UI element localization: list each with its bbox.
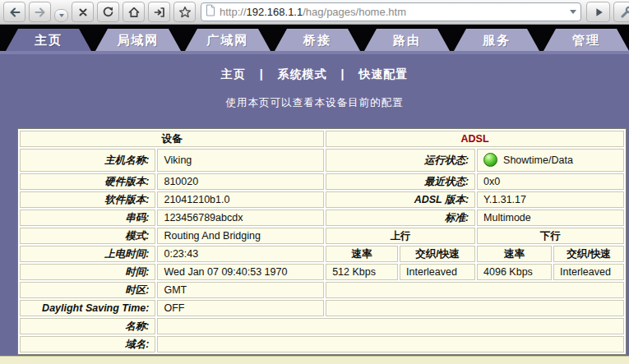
main-tab-bar: 主页 局域网 广域网 桥接 路由 服务 管理 [0,25,629,51]
home-icon [127,6,141,19]
browser-toolbar: http://192.168.1.1/hag/pages/home.htm [0,0,629,25]
adsl-section-header: ADSL [326,131,624,147]
timezone-label: 时区: [20,282,155,298]
name-label: 名称: [20,318,155,334]
uptime-value: 0:23:43 [157,246,324,262]
stop-button[interactable] [72,2,94,22]
table-row: 上电时间: 0:23:43 速率 交织/快速 速率 交织/快速 [20,246,624,262]
content-area: 主页 | 系统模式 | 快速配置 使用本页可以查看本设备目前的配置 设备 ADS… [0,51,629,356]
table-row: 模式: Routing And Bridging 上行 下行 [20,228,624,244]
bookmark-button[interactable] [173,2,196,22]
table-row: 主机名称: Viking 运行状态: Showtime/Data [20,149,624,172]
table-row: 软件版本: 21041210b1.0 ADSL 版本: Y.1.31.17 [20,191,624,208]
adsl-version-label: ADSL 版本: [326,191,475,208]
table-row: 名称: [20,318,624,334]
tab-lan[interactable]: 局域网 [95,29,181,51]
software-version-value: 21041210b1.0 [157,191,324,208]
time-value: Wed Jan 07 09:40:53 1970 [157,264,324,280]
upstream-rate-value: 512 Kbps [326,264,398,280]
forward-icon [34,6,47,19]
refresh-icon [102,6,114,18]
table-row: Daylight Saving Time: OFF [20,300,624,316]
status-table-wrapper: 设备 ADSL 主机名称: Viking 运行状态: Showtime/Data… [17,128,629,355]
tab-admin[interactable]: 管理 [543,29,629,51]
host-name-value: Viking [157,149,324,172]
adsl-version-value: Y.1.31.17 [477,191,624,208]
subnav-link-system-mode[interactable]: 系统模式 [278,67,327,81]
subnav-link-home[interactable]: 主页 [221,67,246,81]
go-button[interactable] [586,2,610,22]
forward-button[interactable] [29,2,51,22]
dst-label: Daylight Saving Time: [20,300,155,316]
recent-status-label: 最近状态: [326,173,475,190]
time-label: 时间: [20,264,155,280]
url-path: /hag/pages/home.htm [303,6,406,18]
tab-wan[interactable]: 广域网 [185,29,271,51]
tab-route[interactable]: 路由 [364,29,450,51]
table-row: 硬件版本: 810020 最近状态: 0x0 [20,173,624,190]
uptime-label: 上电时间: [20,246,155,262]
tab-home[interactable]: 主页 [6,29,91,51]
history-dropdown-button[interactable] [54,9,68,22]
page-icon [206,4,215,20]
table-row: 时间: Wed Jan 07 09:40:53 1970 512 Kbps In… [20,264,624,280]
mode-label: 模式: [20,228,155,244]
upstream-rate-header: 速率 [326,246,398,262]
subnav-separator: | [260,67,264,81]
downstream-rate-header: 速率 [477,246,552,262]
back-icon [8,6,21,19]
sub-navigation: 主页 | 系统模式 | 快速配置 [0,54,629,82]
tab-bridge[interactable]: 桥接 [275,29,360,51]
run-status-label: 运行状态: [326,149,475,172]
tools-button[interactable] [613,2,629,22]
subnav-separator: | [340,67,345,81]
upstream-interleave-header: 交织/快速 [400,246,475,262]
go-icon [593,7,604,18]
run-status-value: Showtime/Data [477,149,624,172]
upstream-interleave-value: Interleaved [400,264,475,280]
subnav-link-quick-setup[interactable]: 快速配置 [358,67,408,81]
timezone-value: GMT [157,282,324,298]
url-text: http://192.168.1.1/hag/pages/home.htm [220,6,566,18]
domain-label: 域名: [20,336,155,352]
software-version-label: 软件版本: [20,191,155,208]
address-bar[interactable]: http://192.168.1.1/hag/pages/home.htm [201,2,581,21]
serial-value: 123456789abcdx [157,210,324,226]
name-value [157,318,624,334]
url-scheme: http:// [220,6,247,18]
chevron-down-icon [59,14,64,17]
tab-service[interactable]: 服务 [454,29,539,51]
downstream-rate-value: 4096 Kbps [477,264,552,280]
downstream-header: 下行 [477,228,624,244]
empty-cell [326,300,624,316]
back-button[interactable] [3,2,25,22]
standard-label: 标准: [326,210,475,226]
device-section-header: 设备 [20,131,324,147]
empty-cell [326,282,624,298]
upstream-header: 上行 [326,228,475,244]
url-host: 192.168.1.1 [247,6,303,18]
dst-value: OFF [157,300,324,316]
door-arrow-icon [153,6,166,19]
run-status-text: Showtime/Data [503,154,573,166]
page-description: 使用本页可以查看本设备目前的配置 [0,96,629,110]
standard-value: Multimode [477,210,624,226]
table-row: 时区: GMT [20,282,624,298]
table-row: 域名: [20,336,624,352]
sessions-button[interactable] [148,2,170,22]
serial-label: 串码: [20,210,155,226]
downstream-interleave-header: 交织/快速 [553,246,624,262]
domain-value [157,336,624,352]
downstream-interleave-value: Interleaved [553,264,624,280]
hardware-version-value: 810020 [157,173,324,190]
host-name-label: 主机名称: [20,149,155,172]
recent-status-value: 0x0 [477,173,624,190]
refresh-button[interactable] [97,2,119,22]
url-dropdown-icon[interactable] [570,10,576,14]
home-button[interactable] [123,2,145,22]
stop-icon [77,7,89,18]
star-icon [178,6,192,19]
mode-value: Routing And Bridging [157,228,324,244]
table-row: 串码: 123456789abcdx 标准: Multimode [20,210,624,226]
table-header-row: 设备 ADSL [20,131,624,147]
